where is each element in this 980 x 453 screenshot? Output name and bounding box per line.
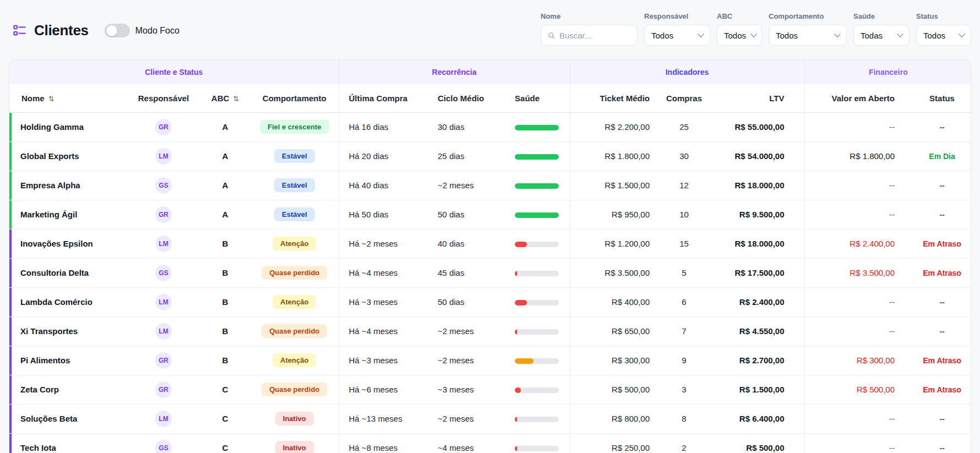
topbar: Clientes Modo Foco Nome Responsável Todo… xyxy=(0,0,980,59)
row-accent-bar xyxy=(9,113,12,141)
filter-select-comportamento[interactable]: Todos xyxy=(769,25,847,46)
health-bar-fill xyxy=(515,183,559,189)
avg-ticket: R$ 2.200,00 xyxy=(570,112,655,141)
column-header-nome[interactable]: Nome⇅ xyxy=(9,84,127,112)
health-bar-fill xyxy=(515,154,559,160)
ltv-value: R$ 2.400,00 xyxy=(713,287,804,316)
column-header-responsavel: Responsável xyxy=(127,84,200,112)
health-bar xyxy=(515,300,559,305)
avg-cycle: ~2 meses xyxy=(428,346,505,375)
abc-class: B xyxy=(200,287,251,316)
health-bar-fill xyxy=(515,271,517,276)
avg-cycle: ~2 meses xyxy=(428,171,505,200)
table-row[interactable]: Soluções Beta LM C Inativo Há ~13 meses … xyxy=(9,404,971,433)
purchase-count: 2 xyxy=(655,433,713,453)
filter-select-status[interactable]: Todos xyxy=(916,25,971,46)
abc-class: A xyxy=(200,112,251,141)
column-header-abc[interactable]: ABC⇅ xyxy=(200,84,251,112)
filter-nome: Nome xyxy=(541,12,638,46)
table-row[interactable]: Consultoria Delta GS B Quase perdido Há … xyxy=(9,258,971,287)
nome-search-input[interactable] xyxy=(559,31,630,40)
search-icon xyxy=(548,31,555,40)
row-accent-bar xyxy=(9,434,12,453)
avg-cycle: 50 dias xyxy=(428,200,505,229)
filter-select-responsavel[interactable]: Todos xyxy=(644,25,710,46)
open-amount: -- xyxy=(804,433,912,453)
client-name: Consultoria Delta xyxy=(20,268,89,277)
table-row[interactable]: Inovações Epsilon LM B Atenção Há ~2 mes… xyxy=(9,229,971,258)
health-bar xyxy=(515,154,559,160)
row-accent-bar xyxy=(9,200,12,229)
clients-table: Cliente e StatusRecorrênciaIndicadoresFi… xyxy=(9,60,971,453)
owner-avatar[interactable]: LM xyxy=(155,411,172,427)
ltv-value: R$ 18.000,00 xyxy=(713,171,804,200)
owner-avatar[interactable]: GS xyxy=(155,440,172,453)
owner-avatar[interactable]: GR xyxy=(155,206,172,223)
health-bar-fill xyxy=(515,300,527,305)
health-bar-fill xyxy=(515,446,517,451)
client-name: Marketing Ágil xyxy=(20,210,77,219)
focus-mode-toggle[interactable] xyxy=(105,24,130,37)
table-row[interactable]: Holding Gamma GR A Fiel e crescente Há 1… xyxy=(9,112,971,141)
owner-avatar[interactable]: GS xyxy=(155,265,172,281)
column-group-financeiro: Financeiro xyxy=(804,60,971,84)
owner-avatar[interactable]: GR xyxy=(155,352,172,369)
chevron-down-icon xyxy=(750,31,756,37)
purchase-count: 30 xyxy=(655,141,713,171)
column-label: Última Compra xyxy=(349,94,408,103)
open-amount: R$ 300,00 xyxy=(804,346,912,375)
focus-mode-label: Modo Foco xyxy=(135,26,179,36)
table-row[interactable]: Pi Alimentos GR B Atenção Há ~3 meses ~2… xyxy=(9,346,971,375)
payment-status: -- xyxy=(912,316,971,346)
abc-class: B xyxy=(200,258,251,287)
abc-class: B xyxy=(200,316,251,346)
abc-class: B xyxy=(200,229,251,258)
last-purchase: Há ~2 meses xyxy=(339,229,428,258)
owner-avatar[interactable]: LM xyxy=(155,236,172,252)
open-amount: R$ 500,00 xyxy=(804,375,912,404)
column-label: Status xyxy=(929,94,955,103)
health-bar xyxy=(515,271,559,276)
owner-avatar[interactable]: LM xyxy=(155,323,172,340)
table-body: Holding Gamma GR A Fiel e crescente Há 1… xyxy=(9,112,971,453)
column-label: ABC xyxy=(211,94,230,103)
filter-saude: Saúde Todas xyxy=(853,12,910,46)
ltv-value: R$ 1.500,00 xyxy=(713,375,804,404)
table-row[interactable]: Lambda Comércio LM B Atenção Há ~3 meses… xyxy=(9,287,971,316)
table-row[interactable]: Xi Transportes LM B Quase perdido Há ~4 … xyxy=(9,316,971,346)
sort-icon[interactable]: ⇅ xyxy=(48,95,55,103)
health-bar-fill xyxy=(515,358,533,364)
payment-status: Em Atraso xyxy=(912,375,971,404)
table-row[interactable]: Empresa Alpha GS A Estável Há 40 dias ~2… xyxy=(9,171,971,200)
avg-cycle: 50 dias xyxy=(428,287,505,316)
client-name: Zeta Corp xyxy=(20,385,59,394)
ltv-value: R$ 4.550,00 xyxy=(713,316,804,346)
column-label: Valor em Aberto xyxy=(832,94,895,103)
owner-avatar[interactable]: GR xyxy=(155,381,172,398)
chevron-down-icon xyxy=(834,31,840,37)
owner-avatar[interactable]: LM xyxy=(155,148,172,165)
purchase-count: 3 xyxy=(655,375,713,404)
column-label: Ticket Médio xyxy=(600,94,650,103)
owner-avatar[interactable]: GR xyxy=(155,119,172,135)
column-header-valor-em-aberto: Valor em Aberto xyxy=(804,84,912,112)
table-row[interactable]: Tech Iota GS C Inativo Há ~8 meses ~4 me… xyxy=(9,433,971,453)
column-group-cliente-e-status: Cliente e Status xyxy=(9,60,339,84)
avg-ticket: R$ 1.500,00 xyxy=(570,171,655,200)
table-row[interactable]: Global Exports LM A Estável Há 20 dias 2… xyxy=(9,141,971,171)
owner-avatar[interactable]: GS xyxy=(155,177,172,194)
table-row[interactable]: Marketing Ágil GR A Estável Há 50 dias 5… xyxy=(9,200,971,229)
row-accent-bar xyxy=(9,346,12,375)
filter-select-saude[interactable]: Todas xyxy=(853,25,910,46)
purchase-count: 8 xyxy=(655,404,713,433)
sort-icon[interactable]: ⇅ xyxy=(233,95,239,103)
last-purchase: Há ~4 meses xyxy=(339,316,428,346)
filter-select-abc[interactable]: Todos xyxy=(717,25,762,46)
filter-bar: Nome Responsável Todos ABC Todos Comport… xyxy=(541,12,971,46)
search-box[interactable] xyxy=(541,25,638,46)
abc-class: A xyxy=(200,171,251,200)
clients-table-card: Cliente e StatusRecorrênciaIndicadoresFi… xyxy=(9,59,971,453)
abc-class: A xyxy=(200,200,251,229)
owner-avatar[interactable]: LM xyxy=(155,294,172,310)
table-row[interactable]: Zeta Corp GR C Quase perdido Há ~6 meses… xyxy=(9,375,971,404)
